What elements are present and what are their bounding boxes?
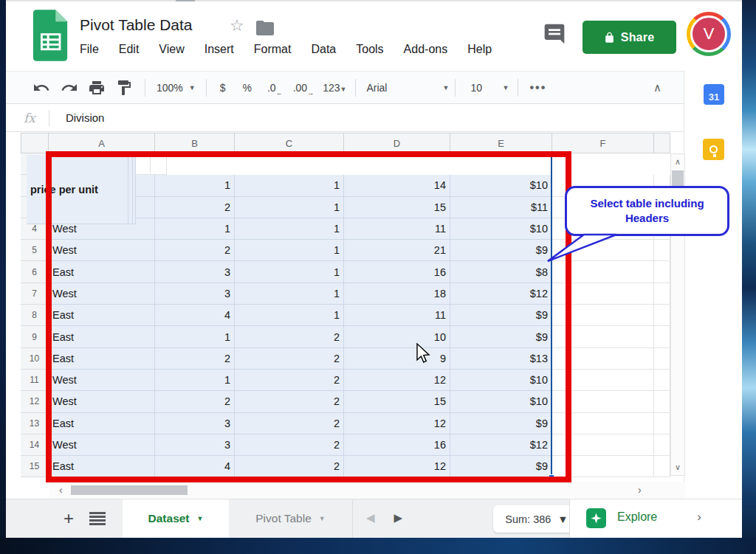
keep-icon[interactable]: [703, 139, 724, 160]
row-header-7[interactable]: 7: [21, 283, 49, 305]
cell-D5[interactable]: 21: [344, 240, 450, 261]
cell-D10[interactable]: 9: [344, 348, 450, 370]
cell-C10[interactable]: 2: [235, 348, 344, 370]
row-header-14[interactable]: 14: [21, 434, 49, 456]
cell-E15[interactable]: $9: [450, 456, 552, 477]
format-currency-button[interactable]: $: [220, 82, 226, 94]
cell-B14[interactable]: 3: [155, 434, 235, 456]
scroll-right-icon[interactable]: ›: [638, 484, 642, 496]
cell-B13[interactable]: 3: [155, 413, 235, 434]
horizontal-scrollbar[interactable]: ‹ ›: [49, 482, 685, 499]
cell-C3[interactable]: 1: [235, 197, 344, 218]
menu-item-file[interactable]: File: [80, 43, 99, 56]
cell-C7[interactable]: 1: [235, 283, 344, 305]
menu-item-tools[interactable]: Tools: [356, 43, 383, 56]
more-toolbar-button[interactable]: •••: [529, 81, 546, 94]
menu-item-edit[interactable]: Edit: [119, 43, 140, 56]
cell-F15[interactable]: [552, 456, 654, 477]
cell-E3[interactable]: $11: [450, 197, 552, 218]
cell-B4[interactable]: 1: [155, 218, 235, 240]
cell-D6[interactable]: 16: [344, 261, 450, 283]
cell-partial-6[interactable]: [654, 261, 670, 283]
cell-E2[interactable]: $10: [450, 175, 552, 196]
next-sheet-icon[interactable]: ▶: [394, 511, 403, 524]
cell-A10[interactable]: East: [49, 348, 155, 370]
cell-E11[interactable]: $10: [450, 370, 552, 391]
undo-icon[interactable]: [32, 79, 50, 97]
cell-F7[interactable]: [552, 283, 654, 305]
move-folder-icon[interactable]: [255, 21, 275, 35]
cell-A12[interactable]: West: [49, 391, 155, 412]
cell-E12[interactable]: $10: [450, 391, 552, 412]
cell-C11[interactable]: 2: [235, 370, 344, 391]
cell-C8[interactable]: 1: [235, 305, 344, 326]
cell-F10[interactable]: [552, 348, 654, 370]
cell-D12[interactable]: 15: [344, 391, 450, 412]
row-header-9[interactable]: 9: [21, 326, 49, 347]
cell-B6[interactable]: 3: [155, 261, 235, 283]
scroll-down-icon[interactable]: ∨: [671, 463, 684, 472]
calendar-icon[interactable]: 31: [704, 84, 724, 105]
star-icon[interactable]: ☆: [230, 16, 244, 35]
font-family-select[interactable]: Arial ▼: [366, 82, 449, 94]
menu-item-data[interactable]: Data: [311, 43, 336, 56]
decrease-decimal-button[interactable]: .0←: [267, 82, 283, 94]
row-header-6[interactable]: 6: [21, 261, 49, 283]
cell-F11[interactable]: [552, 370, 654, 391]
print-icon[interactable]: [88, 79, 106, 97]
column-header-A[interactable]: A: [49, 133, 155, 153]
document-title[interactable]: Pivot Table Data: [80, 16, 193, 34]
cell-C6[interactable]: 1: [235, 261, 344, 283]
row-header-5[interactable]: 5: [21, 240, 49, 261]
share-button[interactable]: Share: [583, 21, 676, 54]
cell-D2[interactable]: 14: [344, 175, 450, 196]
cell-D8[interactable]: 11: [344, 305, 450, 326]
cell-B2[interactable]: 1: [155, 175, 235, 196]
cell-partial-8[interactable]: [654, 305, 670, 326]
cell-E4[interactable]: $10: [450, 218, 552, 240]
cell-E9[interactable]: $9: [450, 326, 552, 347]
cell-A15[interactable]: East: [49, 456, 155, 477]
cell-partial-14[interactable]: [654, 434, 670, 456]
cell-E1[interactable]: price per unit: [27, 155, 128, 224]
increase-decimal-button[interactable]: .00→: [293, 82, 314, 94]
prev-sheet-icon[interactable]: ◀: [366, 511, 375, 524]
cell-A9[interactable]: East: [49, 326, 155, 347]
cell-D9[interactable]: 10: [344, 326, 450, 347]
cell-D13[interactable]: 12: [344, 413, 450, 434]
cell-C14[interactable]: 2: [235, 434, 344, 456]
cell-C9[interactable]: 2: [235, 326, 344, 347]
cell-D15[interactable]: 12: [344, 456, 450, 477]
select-all-corner[interactable]: [21, 133, 49, 153]
column-header-B[interactable]: B: [155, 133, 235, 153]
add-sheet-button[interactable]: +: [58, 508, 80, 530]
cell-E5[interactable]: $9: [450, 240, 552, 261]
column-header-partial[interactable]: [654, 133, 670, 153]
cell-E8[interactable]: $9: [450, 305, 552, 326]
cell-B11[interactable]: 1: [155, 370, 235, 391]
cell-D11[interactable]: 12: [344, 370, 450, 391]
cell-E14[interactable]: $12: [450, 434, 552, 456]
menu-item-help[interactable]: Help: [467, 43, 492, 56]
scroll-left-icon[interactable]: ‹: [59, 484, 63, 496]
menu-item-insert[interactable]: Insert: [205, 43, 234, 56]
cell-A7[interactable]: West: [49, 283, 155, 305]
cell-B15[interactable]: 4: [155, 456, 235, 477]
row-header-11[interactable]: 11: [21, 370, 49, 391]
cell-B12[interactable]: 2: [155, 391, 235, 412]
column-header-F[interactable]: F: [552, 133, 654, 153]
cell-B3[interactable]: 2: [155, 197, 235, 218]
cell-partial-7[interactable]: [654, 283, 670, 305]
paint-format-icon[interactable]: [115, 79, 133, 97]
cell-B8[interactable]: 4: [155, 305, 235, 326]
cell-B10[interactable]: 2: [155, 348, 235, 370]
cell-partial-12[interactable]: [654, 391, 670, 412]
menu-item-add-ons[interactable]: Add-ons: [404, 43, 448, 56]
account-avatar[interactable]: V: [687, 12, 731, 56]
column-header-E[interactable]: E: [450, 133, 552, 153]
explore-icon[interactable]: [586, 508, 606, 528]
scroll-up-icon[interactable]: ∧: [671, 157, 684, 167]
sheet-tab-dataset[interactable]: Dataset ▼: [123, 499, 229, 538]
fill-handle[interactable]: [549, 474, 554, 480]
cell-A14[interactable]: West: [49, 434, 155, 456]
